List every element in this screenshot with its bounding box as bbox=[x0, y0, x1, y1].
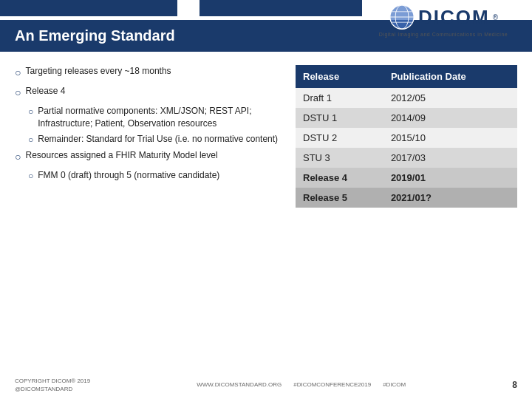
bullet-section: ○ Targeting releases every ~18 months ○ … bbox=[15, 65, 281, 208]
cell-date: 2015/10 bbox=[383, 128, 517, 148]
release-table: Release Publication Date Draft 12012/05D… bbox=[296, 65, 517, 208]
sub-bullet-icon-3: ○ bbox=[28, 169, 33, 183]
cell-release: Release 5 bbox=[296, 188, 383, 208]
table-row: STU 32017/03 bbox=[296, 148, 517, 168]
page-number: 8 bbox=[512, 380, 517, 390]
sub-bullet-item-3: ○ FMM 0 (draft) through 5 (normative can… bbox=[28, 169, 281, 183]
cell-release: STU 3 bbox=[296, 148, 383, 168]
table-header-row: Release Publication Date bbox=[296, 65, 517, 88]
sub-bullet-text-1: Partial normative components: XML/JSON; … bbox=[38, 105, 281, 130]
sub-bullet-icon-2: ○ bbox=[28, 133, 33, 146]
bullet-text-1: Targeting releases every ~18 months bbox=[25, 65, 171, 78]
cell-release: DSTU 2 bbox=[296, 128, 383, 148]
sub-bullet-icon-1: ○ bbox=[28, 105, 33, 118]
logo-registered: ® bbox=[493, 13, 498, 21]
sub-bullet-text-2: Remainder: Standard for Trial Use (i.e. … bbox=[38, 133, 278, 146]
cell-date: 2017/03 bbox=[383, 148, 517, 168]
bullet-item-2: ○ Release 4 bbox=[15, 85, 281, 100]
bullet-icon-3: ○ bbox=[15, 149, 21, 165]
sub-bullet-text-3: FMM 0 (draft) through 5 (normative candi… bbox=[38, 169, 219, 182]
col-header-date: Publication Date bbox=[383, 65, 517, 88]
top-bar-middle bbox=[177, 0, 200, 16]
sub-bullet-item-1: ○ Partial normative components: XML/JSON… bbox=[28, 105, 281, 130]
cell-date: 2014/09 bbox=[383, 108, 517, 128]
sub-bullet-item-2: ○ Remainder: Standard for Trial Use (i.e… bbox=[28, 133, 281, 146]
table-row: Release 42019/01 bbox=[296, 168, 517, 188]
table-row: Release 52021/01? bbox=[296, 188, 517, 208]
footer-conference: #DICOMCONFERENCE2019 bbox=[293, 381, 371, 388]
top-bar-right bbox=[200, 0, 362, 16]
cell-release: Release 4 bbox=[296, 168, 383, 188]
footer-links: WWW.DICOMSTANDARD.ORG #DICOMCONFERENCE20… bbox=[197, 381, 406, 388]
cell-release: DSTU 1 bbox=[296, 108, 383, 128]
table-row: DSTU 12014/09 bbox=[296, 108, 517, 128]
cell-date: 2021/01? bbox=[383, 188, 517, 208]
bullet-icon-1: ○ bbox=[15, 65, 21, 81]
table-row: Draft 12012/05 bbox=[296, 88, 517, 108]
logo-subtitle: Digital Imaging and Communications in Me… bbox=[379, 32, 508, 37]
table-section: Release Publication Date Draft 12012/05D… bbox=[296, 65, 517, 208]
table-row: DSTU 22015/10 bbox=[296, 128, 517, 148]
top-bar-left bbox=[0, 0, 177, 16]
logo-area: DICOM® Digital Imaging and Communication… bbox=[369, 4, 517, 44]
bullet-item-3: ○ Resources assigned a FHIR Maturity Mod… bbox=[15, 149, 281, 165]
bullet-text-2: Release 4 bbox=[25, 85, 65, 98]
bullet-icon-2: ○ bbox=[15, 85, 21, 100]
cell-date: 2019/01 bbox=[383, 168, 517, 188]
copyright-text: COPYRIGHT DICOM® 2019@DICOMSTANDARD bbox=[15, 378, 90, 392]
cell-release: Draft 1 bbox=[296, 88, 383, 108]
cell-date: 2012/05 bbox=[383, 88, 517, 108]
footer: COPYRIGHT DICOM® 2019@DICOMSTANDARD WWW.… bbox=[0, 377, 532, 393]
footer-copyright: COPYRIGHT DICOM® 2019@DICOMSTANDARD bbox=[15, 377, 90, 393]
logo-text: DICOM® bbox=[389, 4, 498, 30]
col-header-release: Release bbox=[296, 65, 383, 88]
footer-website: WWW.DICOMSTANDARD.ORG bbox=[197, 381, 282, 388]
footer-hashtag: #DICOM bbox=[383, 381, 406, 388]
main-content: ○ Targeting releases every ~18 months ○ … bbox=[0, 52, 532, 215]
bullet-item-1: ○ Targeting releases every ~18 months bbox=[15, 65, 281, 81]
globe-icon bbox=[389, 4, 415, 30]
logo-name: DICOM bbox=[418, 6, 490, 29]
bullet-text-3: Resources assigned a FHIR Maturity Model… bbox=[25, 149, 217, 162]
